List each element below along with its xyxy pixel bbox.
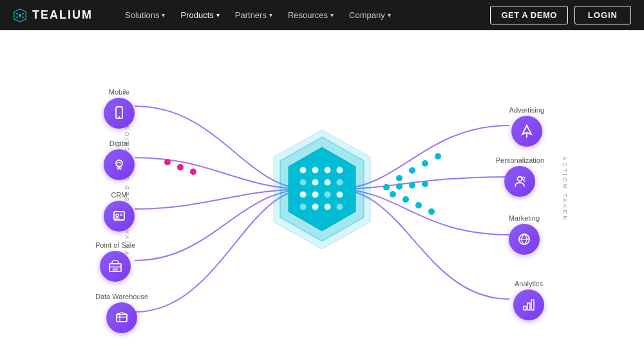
svg-rect-29	[113, 269, 118, 270]
source-digital: Digital	[104, 140, 135, 180]
dest-personalization-label: Personalization	[496, 156, 544, 164]
source-digital-icon	[104, 149, 135, 180]
svg-point-6	[164, 159, 171, 165]
dest-marketing-label: Marketing	[509, 214, 540, 222]
svg-point-25	[116, 214, 118, 217]
dest-marketing: Marketing	[509, 214, 540, 255]
dest-analytics-label: Analytics	[515, 280, 543, 288]
svg-point-18	[402, 196, 409, 203]
source-crm-icon	[104, 201, 135, 232]
svg-point-16	[422, 181, 428, 187]
dest-analytics: Analytics	[513, 280, 544, 320]
source-crm: CRM	[104, 191, 135, 232]
svg-point-10	[409, 167, 415, 174]
svg-point-17	[390, 191, 396, 197]
logo-text: TEALIUM	[32, 8, 93, 22]
source-mobile: Mobile	[104, 88, 135, 129]
svg-point-20	[428, 208, 435, 215]
dest-personalization-icon	[504, 166, 535, 197]
chevron-icon: ▾	[330, 12, 334, 19]
nav-actions: GET A DEMO LOGIN	[490, 6, 631, 24]
source-digital-label: Digital	[109, 140, 129, 147]
nav-solutions[interactable]: Solutions ▾	[118, 6, 171, 24]
dest-analytics-icon	[513, 289, 544, 320]
dest-personalization: Personalization	[496, 156, 544, 197]
dest-marketing-icon	[509, 224, 540, 255]
login-button[interactable]: LOGIN	[574, 6, 631, 24]
label-right: ACTION TAKEN	[562, 156, 568, 222]
navbar: TEALIUM Solutions ▾ Products ▾ Partners …	[0, 0, 644, 30]
source-warehouse-icon	[106, 302, 137, 333]
chevron-icon: ▾	[269, 12, 272, 19]
nav-resources[interactable]: Resources ▾	[281, 6, 340, 24]
chevron-icon: ▾	[388, 12, 391, 19]
svg-point-2	[16, 12, 18, 14]
diagram-area: .line-purple { stroke: #8B5CF6; stroke-w…	[0, 30, 644, 348]
source-mobile-label: Mobile	[109, 88, 129, 96]
nav-company[interactable]: Company ▾	[343, 6, 397, 24]
svg-point-13	[383, 184, 390, 190]
tealium-logo-icon	[13, 8, 27, 23]
svg-rect-30	[117, 315, 127, 322]
chevron-icon: ▾	[162, 12, 165, 19]
svg-point-34	[518, 177, 522, 181]
source-mobile-icon	[104, 98, 135, 129]
logo[interactable]: TEALIUM	[13, 8, 93, 23]
nav-products[interactable]: Products ▾	[174, 6, 225, 24]
svg-point-4	[16, 16, 18, 18]
svg-point-9	[396, 175, 402, 181]
source-pos-icon	[100, 251, 131, 282]
svg-point-15	[409, 182, 415, 188]
center-hexagon	[277, 138, 367, 241]
dest-advertising-icon	[511, 116, 542, 147]
svg-point-14	[396, 183, 402, 190]
svg-point-26	[120, 214, 122, 216]
svg-rect-39	[527, 303, 530, 310]
hex-dots-pattern	[300, 167, 345, 212]
nav-partners[interactable]: Partners ▾	[229, 6, 279, 24]
svg-point-12	[435, 153, 441, 160]
svg-point-35	[522, 177, 525, 179]
nav-links: Solutions ▾ Products ▾ Partners ▾ Resour…	[118, 6, 475, 24]
dest-advertising: Advertising	[509, 106, 544, 147]
svg-point-8	[190, 169, 196, 175]
svg-point-1	[19, 14, 22, 17]
source-warehouse-label: Data Warehouse	[95, 293, 148, 300]
svg-rect-40	[531, 300, 534, 310]
svg-point-3	[22, 12, 24, 14]
chevron-icon: ▾	[216, 12, 220, 19]
source-crm-label: CRM	[111, 191, 127, 199]
source-pos: Point of Sale	[95, 241, 135, 282]
svg-point-5	[22, 16, 24, 18]
svg-point-11	[422, 160, 428, 167]
svg-rect-38	[524, 306, 526, 310]
source-warehouse: Data Warehouse	[95, 293, 148, 333]
svg-point-7	[177, 164, 184, 170]
source-pos-label: Point of Sale	[95, 241, 135, 249]
get-demo-button[interactable]: GET A DEMO	[490, 6, 567, 24]
dest-advertising-label: Advertising	[509, 106, 544, 114]
svg-point-19	[415, 202, 422, 208]
